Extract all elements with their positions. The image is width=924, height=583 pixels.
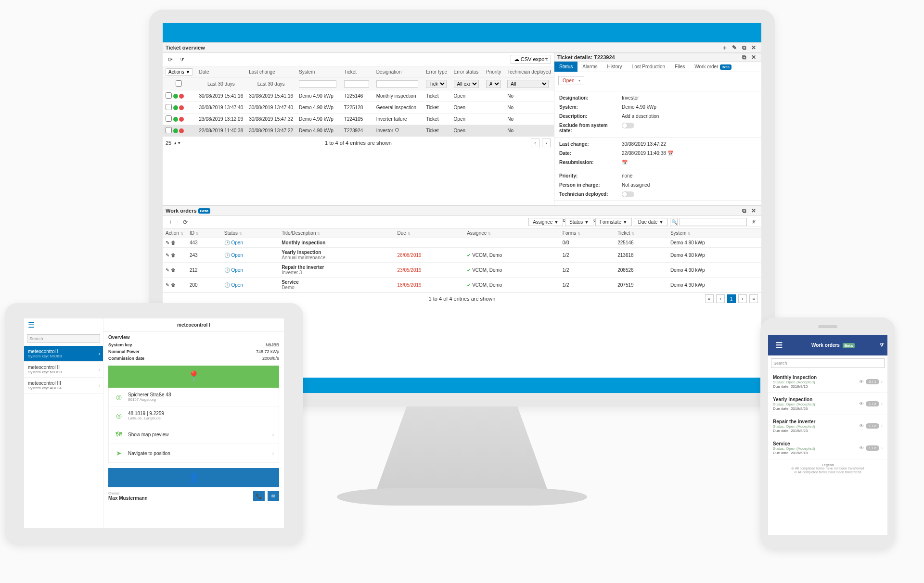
sidebar-item[interactable]: meteocontrol ISystem key: N9JBB›: [24, 346, 103, 362]
refresh-icon[interactable]: ⟳: [167, 56, 174, 63]
calendar-icon[interactable]: 📅: [622, 160, 628, 165]
table-row[interactable]: ✎ 🗑 212🕒 Open Repair the inverterInverte…: [163, 263, 761, 278]
row-checkbox[interactable]: [166, 127, 172, 133]
table-row[interactable]: 30/08/2019 13:47:4030/08/2019 13:47:40De…: [163, 102, 554, 114]
delete-icon[interactable]: 🗑: [171, 240, 176, 245]
col-tech[interactable]: Technician deployed: [504, 66, 554, 78]
col-system[interactable]: System ⇅: [667, 228, 761, 238]
email-button[interactable]: ✉: [268, 491, 279, 501]
phone-button[interactable]: 📞: [253, 491, 265, 501]
col-system[interactable]: System: [296, 66, 341, 78]
filter-duedate[interactable]: Due date ▼: [634, 218, 668, 226]
col-errorstatus[interactable]: Error status: [451, 66, 484, 78]
tech-toggle[interactable]: [622, 191, 634, 197]
add-icon[interactable]: ＋: [167, 218, 174, 226]
tab-alarms[interactable]: Alarms: [578, 62, 602, 72]
status-dropdown[interactable]: Open: [558, 76, 584, 85]
col-action[interactable]: Action ⇅: [163, 228, 187, 238]
delete-icon[interactable]: 🗑: [171, 267, 176, 273]
delete-dot-icon[interactable]: [179, 117, 184, 122]
pager-next[interactable]: ›: [542, 139, 551, 147]
col-errortype[interactable]: Error type: [423, 66, 450, 78]
delete-dot-icon[interactable]: [179, 128, 184, 133]
col-titledescription[interactable]: Title/Description ⇅: [279, 228, 394, 238]
clear-icon[interactable]: ×: [750, 218, 757, 226]
edit-icon[interactable]: ✎: [166, 253, 169, 258]
filter-ticket[interactable]: [344, 80, 369, 88]
actions-dropdown[interactable]: Actions ▼: [166, 68, 193, 76]
close-icon[interactable]: ✕: [750, 53, 757, 61]
add-icon[interactable]: ＋: [721, 44, 729, 51]
col-due[interactable]: Due ⇅: [395, 228, 464, 238]
filter-status[interactable]: Status ▼: [565, 218, 593, 226]
filter-system[interactable]: [299, 80, 336, 88]
filter-errortype[interactable]: Ticket: [426, 80, 447, 88]
pager-prev[interactable]: ‹: [716, 294, 725, 303]
table-row[interactable]: 23/08/2019 13:12:0930/08/2019 15:47:32De…: [163, 114, 554, 125]
col-lastchange[interactable]: Last change: [246, 66, 296, 78]
col-date[interactable]: Date: [196, 66, 246, 78]
filter-formstate[interactable]: Formstate ▼: [595, 218, 632, 226]
tab-lost-production[interactable]: Lost Production: [627, 62, 670, 72]
tab-status[interactable]: Status: [554, 62, 578, 72]
filter-errorstatus[interactable]: All except t: [454, 80, 479, 88]
sidebar-item[interactable]: meteocontrol IISystem key: N9JC8›: [24, 362, 103, 378]
page-size[interactable]: 25: [166, 140, 171, 146]
refresh-icon[interactable]: ⟳: [181, 218, 189, 226]
delete-icon[interactable]: 🗑: [171, 282, 176, 288]
table-row[interactable]: 30/08/2019 15:41:1630/08/2019 15:41:16De…: [163, 90, 554, 102]
row-checkbox[interactable]: [166, 104, 172, 110]
pager-prev[interactable]: ‹: [531, 139, 539, 147]
search-icon[interactable]: 🔍: [670, 218, 678, 226]
list-item[interactable]: Yearly inspectionStatus: Open (Accepted)…: [768, 393, 887, 415]
exclude-toggle[interactable]: [622, 123, 634, 128]
priority-link[interactable]: none: [622, 173, 757, 178]
calendar-icon[interactable]: 📅: [667, 151, 673, 156]
table-row[interactable]: 22/08/2019 11:40:3830/08/2019 13:47:22De…: [163, 125, 554, 137]
filter-priority[interactable]: All: [486, 80, 501, 88]
col-ticket[interactable]: Ticket ⇅: [615, 228, 667, 238]
col-forms[interactable]: Forms ⇅: [560, 228, 615, 238]
list-item[interactable]: Monthly inspectionStatus: Open (Accepted…: [768, 371, 887, 393]
delete-icon[interactable]: 🗑: [171, 253, 176, 258]
table-row[interactable]: ✎ 🗑 243🕒 Open Yearly inspectionAnnual ma…: [163, 248, 761, 263]
row-checkbox[interactable]: [166, 115, 172, 122]
tool-icon[interactable]: ✎: [731, 44, 738, 51]
pager-page-1[interactable]: 1: [727, 294, 736, 303]
edit-icon[interactable]: ✎: [166, 240, 169, 245]
list-item[interactable]: Repair the inverterStatus: Open (Accepte…: [768, 415, 887, 437]
show-map-row[interactable]: 🗺Show map preview›: [109, 425, 279, 444]
close-icon[interactable]: ✕: [750, 207, 757, 215]
popout-icon[interactable]: ⧉: [740, 207, 748, 215]
hamburger-icon[interactable]: ☰: [772, 339, 786, 352]
coords-row[interactable]: ◎48.1819 | 9.2259Latitude, Longitude: [109, 406, 279, 425]
phone-search-input[interactable]: [771, 358, 885, 368]
filter-tech[interactable]: All: [507, 80, 549, 88]
filter-lastchange[interactable]: Last 30 days: [249, 81, 293, 87]
row-checkbox[interactable]: [166, 92, 172, 99]
tab-work-order[interactable]: Work orderBeta: [690, 62, 736, 72]
csv-export-button[interactable]: ☁ CSV export: [511, 55, 551, 64]
table-row[interactable]: ✎ 🗑 443🕒 Open Monthly inspection 0/02251…: [163, 238, 761, 248]
filter-date[interactable]: Last 30 days: [199, 81, 243, 87]
sidebar-item[interactable]: meteocontrol IIISystem key: ABF34›: [24, 378, 103, 393]
popout-icon[interactable]: ⧉: [740, 53, 748, 61]
tab-history[interactable]: History: [602, 62, 627, 72]
col-assignee[interactable]: Assignee ⇅: [464, 228, 560, 238]
address-row[interactable]: ◎Spicherer Straße 4886157 Augsburg: [109, 388, 279, 406]
list-item[interactable]: ServiceStatus: Open (Accepted)Due date: …: [768, 437, 887, 459]
select-all-checkbox[interactable]: [166, 80, 192, 87]
wo-search-input[interactable]: [680, 218, 747, 226]
filter-icon[interactable]: ⧩: [880, 342, 884, 348]
location-bar[interactable]: 📍: [108, 366, 279, 388]
delete-dot-icon[interactable]: [179, 94, 184, 99]
filter-assignee[interactable]: Assignee ▼: [528, 218, 563, 226]
col-id[interactable]: ID ⇅: [187, 228, 221, 238]
filter-icon[interactable]: ⧩: [178, 56, 186, 63]
col-designation[interactable]: Designation: [373, 66, 424, 78]
hamburger-icon[interactable]: ☰: [24, 318, 103, 331]
pager-first[interactable]: «: [705, 294, 714, 303]
pager-next[interactable]: ›: [738, 294, 747, 303]
popout-icon[interactable]: ⧉: [740, 44, 748, 51]
col-priority[interactable]: Priority: [483, 66, 504, 78]
